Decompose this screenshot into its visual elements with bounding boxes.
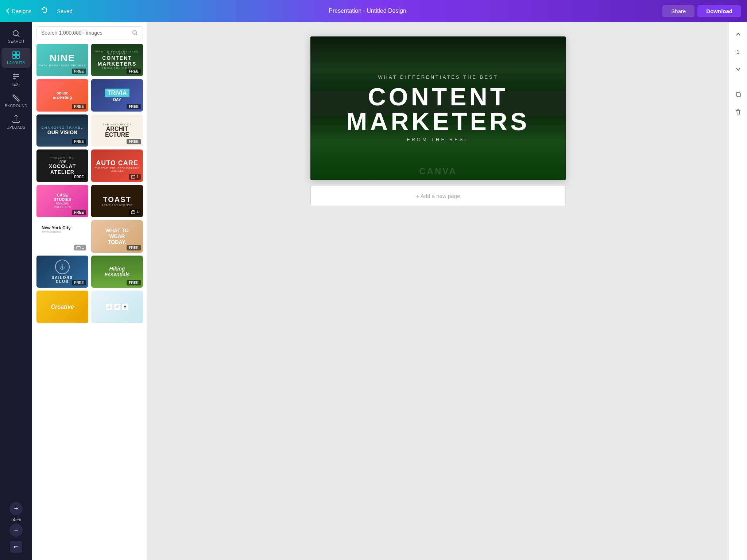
- slide-title-line1: CONTENT MARKETERS: [347, 84, 530, 134]
- template-card-our-vision[interactable]: CHANGING TRAVEL OUR VISION FREE: [36, 114, 88, 147]
- sidebar-item-text[interactable]: TEXT: [1, 69, 31, 89]
- svg-point-0: [13, 31, 18, 36]
- template-card-what-to-wear[interactable]: what toweartoday. FREE: [91, 220, 143, 253]
- layouts-icon: [12, 51, 20, 59]
- saved-status: Saved: [57, 8, 73, 14]
- svg-rect-4: [16, 55, 19, 58]
- uploads-icon: [12, 115, 20, 124]
- template-card-sailors[interactable]: ⚓ SAILORSCLUB FREE: [36, 256, 88, 288]
- template-card-content-marketers[interactable]: WHAT DIFFERENTIATES THE BEST CONTENTMARK…: [91, 44, 143, 76]
- template-card-hiking[interactable]: HikingEssentials FREE: [91, 256, 143, 288]
- template-stack-auto-care: 1: [129, 174, 141, 180]
- sidebar: SEARCH LAYOUTS TEXT BKGROUND UPLOADS + 5…: [0, 22, 32, 560]
- template-card-new-york[interactable]: New York City Travel Slideshow 1: [36, 220, 88, 253]
- templates-grid: NINE EASY BREAKFAST RECIPES FREE WHAT DI…: [36, 44, 143, 323]
- stack-icon: [131, 210, 135, 214]
- template-badge-wtw: FREE: [127, 245, 141, 250]
- sidebar-text-label: TEXT: [11, 82, 21, 86]
- collapse-icon: [13, 544, 19, 549]
- template-stack-toast: 4: [129, 209, 141, 215]
- duplicate-button[interactable]: [732, 88, 745, 101]
- sidebar-bkground-label: BKGROUND: [5, 104, 27, 108]
- template-badge-arch: FREE: [127, 139, 141, 144]
- slide-content: WHAT DIFFERENTIATES THE BEST CONTENT MAR…: [339, 67, 537, 149]
- svg-rect-1: [13, 52, 16, 55]
- template-card-trivia[interactable]: TRIVIA DAY FREE: [91, 79, 143, 112]
- svg-rect-12: [737, 93, 740, 97]
- template-card-auto-care[interactable]: AUTO CARE The complete list of available…: [91, 149, 143, 182]
- template-stack-ny: 1: [74, 245, 86, 250]
- header: Designs Saved Presentation - Untitled De…: [0, 0, 747, 22]
- add-page-button[interactable]: + Add a new page: [310, 186, 566, 206]
- svg-rect-3: [13, 55, 16, 58]
- sidebar-item-uploads[interactable]: UPLOADS: [1, 112, 31, 132]
- templates-panel: NINE EASY BREAKFAST RECIPES FREE WHAT DI…: [32, 22, 147, 560]
- template-badge-nine: FREE: [72, 69, 86, 74]
- template-badge-om: FREE: [72, 104, 86, 109]
- right-toolbar: 1: [729, 22, 747, 560]
- zoom-controls: + 55% −: [0, 502, 32, 553]
- slide-subtitle-bottom: FROM THE REST: [347, 137, 530, 142]
- template-badge-xocolat: FREE: [72, 174, 86, 180]
- template-card-creative[interactable]: Creative: [36, 291, 88, 323]
- template-badge-ov: FREE: [72, 139, 86, 144]
- zoom-out-button[interactable]: −: [9, 524, 23, 537]
- svg-rect-2: [16, 52, 19, 55]
- slide-subtitle-top: WHAT DIFFERENTIATES THE BEST: [347, 74, 530, 80]
- undo-icon: [40, 6, 48, 14]
- search-bar[interactable]: [36, 26, 143, 39]
- trash-icon: [735, 109, 742, 115]
- background-icon: [12, 94, 20, 102]
- template-badge-trivia: FREE: [127, 104, 141, 109]
- template-card-architecture[interactable]: THE HISTORY OF ARCHITECTURE FREE: [91, 114, 143, 147]
- sidebar-item-background[interactable]: BKGROUND: [1, 91, 31, 111]
- page-down-button[interactable]: [732, 63, 745, 76]
- zoom-in-button[interactable]: +: [9, 502, 23, 515]
- sidebar-search-label: SEARCH: [8, 39, 24, 43]
- search-icon: [132, 30, 138, 36]
- chevron-down-icon: [735, 66, 742, 73]
- delete-button[interactable]: [732, 105, 745, 118]
- template-card-marketing-tools[interactable]: 📊 📈 💻: [91, 291, 143, 323]
- page-up-button[interactable]: [732, 28, 745, 41]
- template-badge-cs: FREE: [72, 210, 86, 215]
- zoom-level: 55%: [11, 517, 21, 522]
- download-button[interactable]: Download: [697, 5, 741, 17]
- template-card-case-studies[interactable]: CASESTUDIES ANNUALPROJECTS FREE: [36, 185, 88, 217]
- search-icon: [12, 29, 20, 38]
- template-badge-sailors: FREE: [72, 280, 86, 285]
- svg-rect-8: [131, 211, 135, 214]
- svg-rect-10: [77, 246, 80, 249]
- collapse-panel-button[interactable]: [10, 541, 22, 553]
- search-input[interactable]: [41, 30, 129, 36]
- slide[interactable]: WHAT DIFFERENTIATES THE BEST CONTENT MAR…: [310, 36, 566, 180]
- canvas-area: WHAT DIFFERENTIATES THE BEST CONTENT MAR…: [147, 22, 729, 560]
- template-card-nine[interactable]: NINE EASY BREAKFAST RECIPES FREE: [36, 44, 88, 76]
- svg-rect-6: [131, 176, 135, 178]
- chevron-up-icon: [735, 31, 742, 38]
- template-badge-cm: FREE: [127, 69, 141, 74]
- divider: [733, 82, 744, 82]
- chevron-left-icon: [6, 8, 9, 14]
- header-right: Share Download: [662, 5, 741, 17]
- share-button[interactable]: Share: [662, 5, 694, 17]
- sidebar-layouts-label: LAYOUTS: [7, 61, 25, 65]
- sidebar-item-search[interactable]: SEARCH: [1, 26, 31, 46]
- undo-button[interactable]: [37, 5, 51, 18]
- slide-container: WHAT DIFFERENTIATES THE BEST CONTENT MAR…: [310, 36, 566, 206]
- template-card-toast[interactable]: TOAST A CAFE & BRUNCH SPOT 4: [91, 185, 143, 217]
- stack-icon: [131, 175, 135, 179]
- sidebar-item-layouts[interactable]: LAYOUTS: [1, 48, 31, 68]
- sidebar-uploads-label: UPLOADS: [7, 125, 25, 129]
- document-title: Presentation - Untitled Design: [329, 8, 406, 14]
- text-icon: [12, 72, 20, 81]
- template-badge-hiking: FREE: [127, 280, 141, 285]
- template-card-xocolat[interactable]: PRESENTING The XOCOLATATELIER FREE: [36, 149, 88, 182]
- header-left: Designs Saved: [6, 5, 73, 18]
- page-number: 1: [732, 45, 745, 58]
- template-card-online-marketing[interactable]: online marketing FREE: [36, 79, 88, 112]
- designs-label: Designs: [12, 8, 31, 14]
- designs-nav[interactable]: Designs: [6, 8, 31, 14]
- stack-icon: [76, 245, 81, 250]
- duplicate-icon: [735, 91, 742, 98]
